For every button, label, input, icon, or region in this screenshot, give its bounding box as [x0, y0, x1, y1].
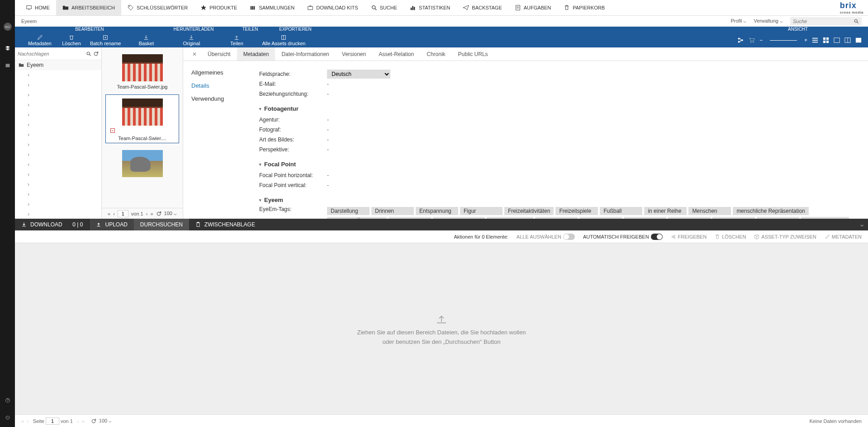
nav-schlüsselwörter[interactable]: SCHLÜSSELWÖRTER: [121, 0, 194, 15]
tree-child[interactable]: [15, 90, 101, 100]
tree-child[interactable]: [15, 80, 101, 90]
tree-search-icon[interactable]: [86, 51, 91, 56]
tab-chronik[interactable]: Chronik: [420, 47, 451, 61]
action-alle-assets-drucken[interactable]: Alle Assets drucken: [259, 34, 308, 46]
tag[interactable]: Freizeitspiele: [555, 207, 598, 215]
tab-datei-informationen[interactable]: Datei-Informationen: [275, 47, 335, 61]
tree-child[interactable]: [15, 70, 101, 80]
tag[interactable]: in einer Reihe: [644, 207, 687, 215]
assign-type-button[interactable]: ASSET-TYP ZUWEISEN: [754, 234, 816, 239]
pager-bot-first[interactable]: «: [21, 418, 24, 424]
nav-papierkorb[interactable]: PAPIERKORB: [557, 0, 611, 15]
tab-metadaten[interactable]: Metadaten: [237, 47, 275, 61]
tag[interactable]: Darstellung: [327, 207, 370, 215]
nav-backstage[interactable]: BACKSTAGE: [456, 0, 508, 15]
auto-release-toggle[interactable]: AUTOMATISCH FREIGEBEN: [583, 234, 663, 240]
tree-child[interactable]: [15, 120, 101, 130]
pager-bot-refresh-icon[interactable]: [91, 418, 96, 424]
rail-help-icon[interactable]: [3, 395, 13, 405]
user-avatar[interactable]: AD: [4, 23, 12, 31]
view-panel1-icon[interactable]: [834, 37, 840, 43]
pager-bot-size[interactable]: 100 ⌵: [99, 418, 112, 424]
view-cart-icon[interactable]: [749, 37, 755, 43]
zoom-minus[interactable]: −: [759, 37, 763, 43]
tree-child[interactable]: [15, 130, 101, 140]
nav-produkte[interactable]: PRODUKTE: [194, 0, 243, 15]
pager-bot-next[interactable]: ›: [77, 418, 79, 424]
nav-suche[interactable]: SUCHE: [365, 0, 404, 15]
tree-child[interactable]: [15, 160, 101, 169]
pager-prev-icon[interactable]: ‹: [113, 211, 115, 216]
pager-bot-input[interactable]: [46, 418, 59, 425]
view-grid-icon[interactable]: [823, 37, 829, 43]
thumbnail-item[interactable]: [105, 146, 179, 182]
pager-bot-last[interactable]: »: [82, 418, 85, 424]
section-nav-allgemeines[interactable]: Allgemeines: [191, 69, 241, 76]
nav-aufgaben[interactable]: AUFGABEN: [508, 0, 558, 15]
tag[interactable]: Figur: [460, 207, 503, 215]
browse-button[interactable]: DURCHSUCHEN: [134, 219, 189, 230]
tree-child[interactable]: [15, 209, 101, 219]
detail-close-icon[interactable]: ✕: [188, 51, 201, 57]
tree-child[interactable]: [15, 140, 101, 150]
section-nav-details[interactable]: Details: [191, 82, 241, 89]
pager-bot-prev[interactable]: ‹: [27, 418, 28, 424]
thumbnail-item[interactable]: Team-Pascal-Swier.jpg: [105, 50, 179, 92]
view-list-icon[interactable]: [812, 37, 818, 43]
action-löschen[interactable]: Löschen: [56, 34, 87, 46]
action-original[interactable]: Original: [169, 34, 214, 46]
nav-sammlungen[interactable]: SAMMLUNGEN: [243, 0, 301, 15]
rail-workspace-icon[interactable]: [3, 61, 13, 70]
tag[interactable]: Drinnen: [371, 207, 414, 215]
metadata-button[interactable]: METADATEN: [825, 234, 862, 239]
lang-select[interactable]: Deutsch: [327, 70, 390, 79]
section-nav-verwendung[interactable]: Verwendung: [191, 95, 241, 102]
nav-arbeitsbereich[interactable]: ARBEITSBEREICH: [56, 0, 121, 15]
action-basket[interactable]: Basket: [123, 34, 169, 46]
section-eyeem[interactable]: Eyeem: [259, 197, 859, 203]
tag[interactable]: Freizeitaktivitäten: [504, 207, 554, 215]
thumb-page-input[interactable]: [118, 210, 128, 217]
tag[interactable]: menschliche Repräsentation: [733, 207, 808, 215]
tag[interactable]: Fußball: [600, 207, 642, 215]
tab-public urls[interactable]: Public URLs: [452, 47, 494, 61]
clipboard-segment[interactable]: ZWISCHENABLAGE: [189, 219, 261, 230]
select-all-toggle[interactable]: ALLE AUSWÄHLEN: [517, 234, 575, 240]
action-metadaten[interactable]: Metadaten: [24, 34, 56, 46]
tree-refresh-icon[interactable]: [93, 51, 99, 56]
pager-refresh-icon[interactable]: [156, 211, 161, 216]
section-fotoagentur[interactable]: Fotoagentur: [259, 105, 859, 112]
zoom-slider[interactable]: [770, 40, 797, 41]
view-tree-icon[interactable]: [738, 37, 744, 43]
tree-search-input[interactable]: [18, 51, 84, 56]
nav-statistiken[interactable]: STATISTIKEN: [403, 0, 456, 15]
tree-child[interactable]: [15, 100, 101, 110]
tag[interactable]: Entspannung: [416, 207, 458, 215]
tab-asset-relation[interactable]: Asset-Relation: [372, 47, 420, 61]
menu-profil[interactable]: Profil ⌵: [730, 18, 746, 24]
release-button[interactable]: FREIGEBEN: [671, 234, 707, 239]
view-panel2-icon[interactable]: [844, 37, 851, 43]
tree-child[interactable]: [15, 199, 101, 209]
rail-power-icon[interactable]: [3, 413, 13, 422]
tree-child[interactable]: [15, 169, 101, 179]
global-search-input[interactable]: [790, 17, 854, 25]
search-icon[interactable]: [854, 19, 859, 24]
tree-child[interactable]: [15, 189, 101, 199]
tree-child[interactable]: [15, 110, 101, 120]
view-panel3-icon[interactable]: [855, 37, 862, 43]
pager-next-icon[interactable]: ›: [146, 211, 148, 216]
section-focalpoint[interactable]: Focal Point: [259, 161, 859, 168]
download-segment[interactable]: DOWNLOAD 0 | 0: [15, 219, 89, 230]
nav-home[interactable]: HOME: [19, 0, 56, 15]
tab-versionen[interactable]: Versionen: [336, 47, 372, 61]
rail-layers-icon[interactable]: [3, 43, 13, 53]
pager-first-icon[interactable]: «: [108, 211, 110, 216]
thumb-pagesize[interactable]: 100 ⌵: [164, 211, 177, 216]
tag[interactable]: Menschen: [688, 207, 731, 215]
menu-verwaltung[interactable]: Verwaltung ⌵: [754, 18, 783, 24]
tree-root-node[interactable]: Eyeem: [15, 60, 101, 70]
nav-download kits[interactable]: DOWNLOAD KITS: [301, 0, 364, 15]
tree-child[interactable]: [15, 179, 101, 189]
action-teilen[interactable]: Teilen: [214, 34, 259, 46]
